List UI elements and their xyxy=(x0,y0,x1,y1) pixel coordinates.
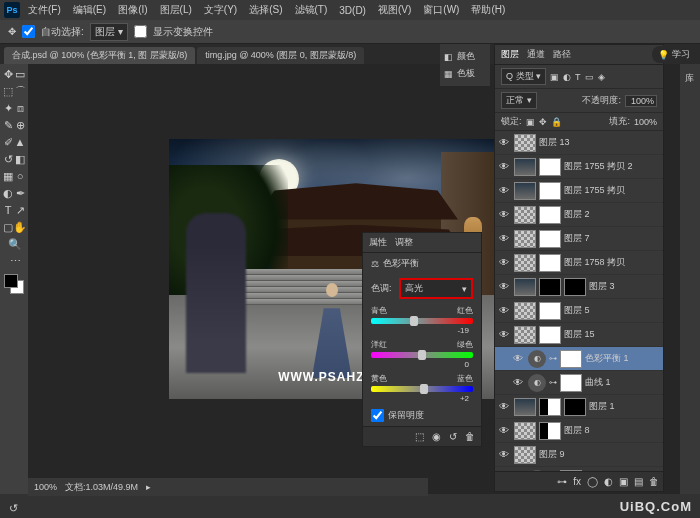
layer-thumb[interactable] xyxy=(514,446,536,464)
crop-tool[interactable]: ⧈ xyxy=(14,100,26,116)
link-layers-icon[interactable]: ⊶ xyxy=(557,476,567,487)
layer-name[interactable]: 图层 2 xyxy=(564,208,659,221)
preserve-luminosity-checkbox[interactable] xyxy=(371,409,384,422)
menu-filter[interactable]: 滤镜(T) xyxy=(291,3,332,17)
layer-row[interactable]: 👁图层 1755 拷贝 xyxy=(495,179,663,203)
layer-name[interactable]: 图层 5 xyxy=(564,304,659,317)
zoom-value[interactable]: 100% xyxy=(34,482,57,492)
blur-tool[interactable]: ○ xyxy=(14,168,26,184)
layer-mask[interactable] xyxy=(539,206,561,224)
menu-image[interactable]: 图像(I) xyxy=(114,3,151,17)
layer-row[interactable]: 👁◐⊶色彩平衡 1 xyxy=(495,347,663,371)
layer-mask-2[interactable] xyxy=(564,278,586,296)
visibility-icon[interactable]: 👁 xyxy=(499,281,511,292)
layer-thumb[interactable] xyxy=(514,422,536,440)
layer-mask[interactable] xyxy=(539,326,561,344)
tone-dropdown[interactable]: 高光▾ xyxy=(399,278,473,299)
layer-thumb[interactable] xyxy=(514,230,536,248)
layers-tab[interactable]: 图层 xyxy=(501,48,519,61)
layer-thumb[interactable] xyxy=(514,326,536,344)
layer-name[interactable]: 色彩平衡 1 xyxy=(585,352,659,365)
auto-select-checkbox[interactable] xyxy=(22,25,35,38)
layer-mask-2[interactable] xyxy=(564,398,586,416)
kind-filter[interactable]: Q 类型 ▾ xyxy=(501,68,546,85)
opacity-value[interactable]: 100% xyxy=(625,95,657,107)
filter-type-icon[interactable]: T xyxy=(575,72,581,82)
layer-name[interactable]: 曲线 1 xyxy=(585,376,659,389)
layer-row[interactable]: 👁图层 9 xyxy=(495,443,663,467)
lock-all-icon[interactable]: 🔒 xyxy=(551,117,562,127)
move-tool[interactable]: ✥ xyxy=(2,66,14,82)
layer-thumb[interactable] xyxy=(514,182,536,200)
visibility-icon[interactable]: 👁 xyxy=(499,401,511,412)
status-arrow-icon[interactable]: ▸ xyxy=(146,482,151,492)
visibility-icon[interactable]: 👁 xyxy=(499,185,511,196)
layer-mask[interactable] xyxy=(539,398,561,416)
reset-icon[interactable]: ↺ xyxy=(449,431,457,442)
menu-type[interactable]: 文字(Y) xyxy=(200,3,241,17)
layer-row[interactable]: 👁图层 7 xyxy=(495,227,663,251)
visibility-icon[interactable]: 👁 xyxy=(499,161,511,172)
heal-tool[interactable]: ⊕ xyxy=(14,117,26,133)
menu-edit[interactable]: 编辑(E) xyxy=(69,3,110,17)
gradient-tool[interactable]: ▦ xyxy=(2,168,14,184)
menu-layer[interactable]: 图层(L) xyxy=(156,3,196,17)
zoom-tool[interactable]: 🔍 xyxy=(2,236,28,252)
menu-select[interactable]: 选择(S) xyxy=(245,3,286,17)
new-group-icon[interactable]: ▣ xyxy=(619,476,628,487)
fill-value[interactable]: 100% xyxy=(634,117,657,127)
visibility-icon[interactable]: 👁 xyxy=(499,209,511,220)
color-tab[interactable]: 颜色 xyxy=(457,50,475,63)
menu-window[interactable]: 窗口(W) xyxy=(419,3,463,17)
layer-thumb[interactable] xyxy=(514,254,536,272)
filter-smart-icon[interactable]: ◈ xyxy=(598,72,605,82)
layer-fx-icon[interactable]: fx xyxy=(573,476,581,487)
lasso-tool[interactable]: ⌒ xyxy=(14,83,26,99)
clip-icon[interactable]: ⬚ xyxy=(415,431,424,442)
layer-row[interactable]: 👁图层 15 xyxy=(495,323,663,347)
layer-thumb[interactable] xyxy=(514,134,536,152)
tab-document-1[interactable]: 合成.psd @ 100% (色彩平衡 1, 图 层蒙版/8) xyxy=(4,47,195,64)
filter-pixel-icon[interactable]: ▣ xyxy=(550,72,559,82)
slider-value-3[interactable]: +2 xyxy=(371,394,473,403)
layer-row[interactable]: 👁◐⊶曲线 1 xyxy=(495,371,663,395)
learn-button[interactable]: 💡学习 xyxy=(652,46,696,63)
layer-mask[interactable] xyxy=(539,302,561,320)
layer-mask[interactable] xyxy=(539,158,561,176)
slider-track-2[interactable] xyxy=(371,352,473,358)
layer-row[interactable]: 👁图层 5 xyxy=(495,299,663,323)
visibility-icon[interactable]: 👁 xyxy=(499,449,511,460)
paths-tab[interactable]: 路径 xyxy=(553,48,571,61)
layer-name[interactable]: 图层 7 xyxy=(564,232,659,245)
layer-name[interactable]: 图层 9 xyxy=(539,448,659,461)
menu-help[interactable]: 帮助(H) xyxy=(467,3,509,17)
layer-row[interactable]: 👁图层 1755 拷贝 2 xyxy=(495,155,663,179)
lock-position-icon[interactable]: ✥ xyxy=(539,117,547,127)
layer-row[interactable]: 👁图层 1 xyxy=(495,395,663,419)
layers-list[interactable]: 👁图层 13👁图层 1755 拷贝 2👁图层 1755 拷贝👁图层 2👁图层 7… xyxy=(495,131,663,471)
layer-row[interactable]: 👁图层 3 xyxy=(495,275,663,299)
channels-tab[interactable]: 通道 xyxy=(527,48,545,61)
layer-mask[interactable] xyxy=(560,374,582,392)
layer-name[interactable]: 图层 15 xyxy=(564,328,659,341)
layer-name[interactable]: 图层 3 xyxy=(589,280,659,293)
path-tool[interactable]: ↗ xyxy=(14,202,26,218)
menu-file[interactable]: 文件(F) xyxy=(24,3,65,17)
visibility-icon[interactable]: 👁 xyxy=(499,305,511,316)
auto-select-dropdown[interactable]: 图层 ▾ xyxy=(90,23,128,41)
filter-shape-icon[interactable]: ▭ xyxy=(585,72,594,82)
layer-mask[interactable] xyxy=(539,254,561,272)
visibility-icon[interactable]: 👁 xyxy=(499,137,511,148)
menu-3d[interactable]: 3D(D) xyxy=(335,5,370,16)
delete-layer-icon[interactable]: 🗑 xyxy=(649,476,659,487)
library-label[interactable]: 库 xyxy=(685,72,694,85)
slider-value-1[interactable]: -19 xyxy=(371,326,473,335)
layer-row[interactable]: 👁图层 2 xyxy=(495,203,663,227)
visibility-icon[interactable]: 👁 xyxy=(513,353,525,364)
layer-name[interactable]: 图层 8 xyxy=(564,424,659,437)
wand-tool[interactable]: ✦ xyxy=(2,100,14,116)
new-adjustment-icon[interactable]: ◐ xyxy=(604,476,613,487)
stamp-tool[interactable]: ▲ xyxy=(14,134,26,150)
slider-value-2[interactable]: 0 xyxy=(371,360,473,369)
artboard-tool[interactable]: ▭ xyxy=(14,66,26,82)
